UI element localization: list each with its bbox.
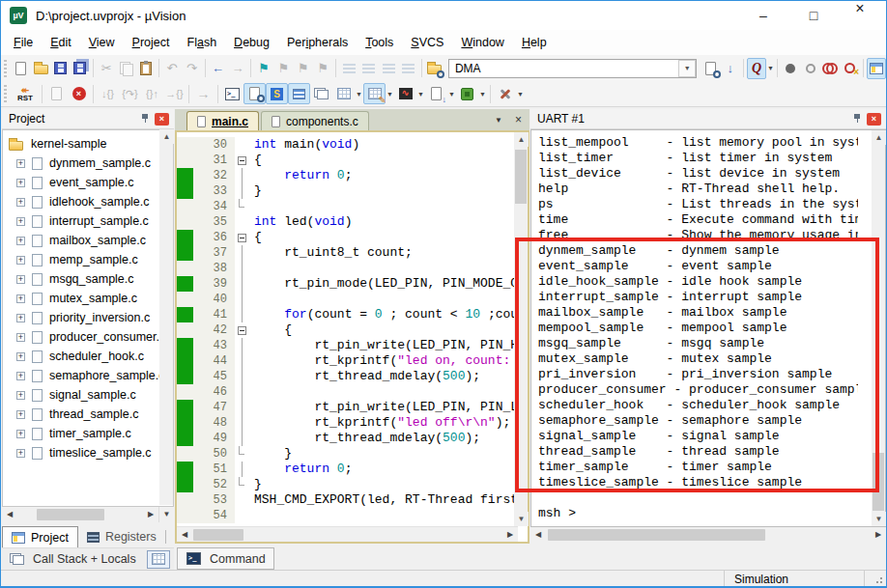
enable-breakpoint-button[interactable]	[801, 58, 820, 79]
save-all-button[interactable]	[71, 58, 90, 79]
scroll-left-arrow[interactable]: ◀	[2, 507, 17, 522]
logic-analyzer-dropdown[interactable]: ▼	[416, 91, 425, 98]
panel-close-icon[interactable]: ×	[155, 113, 169, 126]
step-out-button[interactable]: {}↑	[141, 83, 163, 104]
indent-button[interactable]	[339, 58, 358, 79]
toggle-bookmark-button[interactable]: ⚑	[254, 58, 273, 79]
quick-search-dropdown[interactable]: ▼	[766, 65, 774, 71]
tree-item[interactable]: +msgq_sample.c	[3, 269, 173, 289]
expand-icon[interactable]: +	[16, 352, 25, 361]
tree-item[interactable]: +dynmem_sample.c	[3, 154, 173, 173]
menu-svcs[interactable]: SVCS	[402, 32, 452, 53]
scroll-right-arrow[interactable]: ▶	[502, 527, 518, 543]
serial-window-button[interactable]	[288, 83, 310, 104]
stop-button[interactable]: ×	[68, 83, 90, 104]
menu-peripherals[interactable]: Peripherals	[278, 32, 357, 53]
tree-item[interactable]: +scheduler_hook.c	[3, 347, 173, 366]
watch-window-button[interactable]: ✎	[363, 83, 386, 104]
tree-item[interactable]: +mutex_sample.c	[3, 289, 173, 308]
tree-item[interactable]: +memp_sample.c	[3, 250, 173, 269]
undo-button[interactable]: ↶	[162, 58, 182, 79]
run-to-line-button[interactable]: →{}	[163, 83, 186, 104]
expand-icon[interactable]: +	[16, 237, 25, 245]
disable-all-breakpoints-button[interactable]	[820, 58, 840, 79]
uart-console[interactable]: list_mempool - list memory pool in syste…	[530, 129, 886, 527]
locals-grid-button[interactable]	[147, 550, 170, 569]
tab-project[interactable]: Project	[2, 526, 78, 547]
expand-icon[interactable]: +	[16, 217, 25, 226]
symbol-window-button[interactable]: S	[266, 83, 288, 104]
scroll-left-arrow[interactable]: ◀	[177, 527, 192, 543]
uncomment-button[interactable]	[398, 58, 417, 79]
scroll-thumb[interactable]	[515, 150, 527, 204]
comment-button[interactable]	[379, 58, 398, 79]
fold-column[interactable]	[235, 230, 248, 245]
scroll-thumb[interactable]	[548, 529, 765, 541]
maximize-button[interactable]: □	[791, 1, 836, 30]
unindent-button[interactable]	[359, 58, 379, 79]
expand-icon[interactable]: +	[16, 179, 25, 187]
trace-window-dropdown[interactable]: ▼	[447, 91, 456, 98]
tab-main-c[interactable]: main.c	[186, 111, 259, 130]
memory-window-button[interactable]	[332, 83, 355, 104]
tab-registers[interactable]: Registers	[78, 526, 165, 547]
expand-icon[interactable]: +	[16, 430, 25, 438]
cut-button[interactable]: ✂	[97, 58, 116, 79]
menu-file[interactable]: File	[5, 32, 42, 53]
pin-icon[interactable]	[141, 114, 150, 124]
copy-button[interactable]	[116, 58, 135, 79]
paste-button[interactable]	[136, 58, 156, 79]
expand-icon[interactable]: +	[16, 314, 25, 322]
editor-vscrollbar[interactable]: ▲ ▼	[514, 132, 528, 526]
analysis-window-button[interactable]	[310, 83, 332, 104]
toolbar-grip[interactable]	[4, 60, 7, 77]
step-over-button[interactable]: {↷}	[119, 83, 141, 104]
menu-project[interactable]: Project	[124, 32, 179, 53]
scroll-left-arrow[interactable]: ◀	[530, 527, 546, 543]
redo-button[interactable]: ↷	[182, 58, 201, 79]
memory-window-dropdown[interactable]: ▼	[355, 91, 363, 98]
system-viewer-dropdown[interactable]: ▼	[478, 91, 487, 98]
find-combobox[interactable]: DMA ▼	[448, 59, 697, 78]
reset-button[interactable]: ↞RST	[12, 83, 39, 104]
menu-edit[interactable]: Edit	[42, 32, 80, 53]
scroll-up-arrow[interactable]: ▲	[514, 132, 529, 147]
project-tree-vscrollbar[interactable]: ▲	[159, 129, 173, 505]
quick-search-button[interactable]: Q	[747, 58, 767, 79]
expand-icon[interactable]: +	[16, 198, 25, 207]
command-window-button[interactable]: >_	[221, 83, 243, 104]
tree-item[interactable]: +signal_sample.c	[3, 385, 173, 405]
navigate-forward-button[interactable]: →	[228, 58, 247, 79]
panel-close-icon[interactable]: ×	[867, 113, 881, 126]
scroll-thumb[interactable]	[873, 453, 884, 511]
tree-item[interactable]: +idlehook_sample.c	[3, 192, 173, 211]
menu-flash[interactable]: Flash	[179, 32, 226, 53]
toolbox-dropdown[interactable]: ▼	[516, 91, 525, 98]
expand-icon[interactable]: +	[16, 333, 25, 342]
combobox-dropdown-button[interactable]: ▼	[678, 60, 696, 77]
resize-grip[interactable]	[880, 581, 882, 583]
disassembly-window-button[interactable]	[243, 83, 266, 104]
expand-icon[interactable]: +	[16, 391, 25, 400]
tab-components-c[interactable]: components.c	[261, 111, 369, 130]
menu-debug[interactable]: Debug	[225, 32, 278, 53]
expand-icon[interactable]: +	[16, 410, 25, 419]
step-into-button[interactable]: ↓{}	[97, 83, 119, 104]
tree-item[interactable]: +timeslice_sample.c	[3, 443, 173, 462]
menu-view[interactable]: View	[80, 32, 124, 53]
expand-icon[interactable]: +	[16, 159, 25, 168]
uart-vscrollbar[interactable]: ▲ ▼	[872, 130, 885, 526]
expand-icon[interactable]: +	[16, 275, 25, 284]
toolbar-grip[interactable]	[4, 85, 7, 102]
logic-analyzer-button[interactable]: ∿	[394, 83, 416, 104]
scroll-right-arrow[interactable]: ▶	[871, 527, 886, 543]
run-to-cursor-button[interactable]: →	[192, 83, 215, 104]
pin-icon[interactable]	[853, 114, 862, 124]
trace-window-button[interactable]: ↓	[425, 83, 447, 104]
scroll-down-arrow[interactable]: ▼	[514, 512, 529, 526]
toolbox-button[interactable]	[494, 83, 516, 104]
editor-hscrollbar[interactable]: ◀ ▶	[177, 526, 518, 542]
scroll-up-arrow[interactable]: ▲	[159, 129, 174, 144]
watch-window-dropdown[interactable]: ▼	[386, 91, 394, 98]
navigate-back-button[interactable]: ←	[208, 58, 227, 79]
